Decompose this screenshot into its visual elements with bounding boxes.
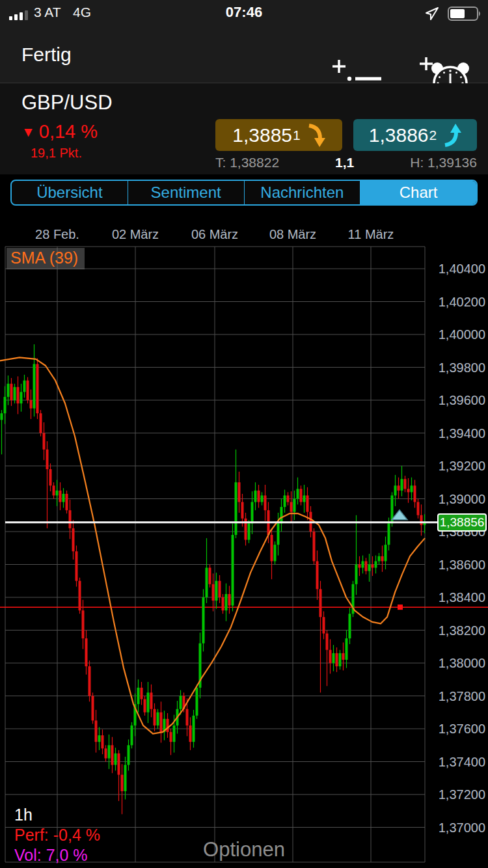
- candle-body: [157, 712, 159, 726]
- candle-body: [394, 485, 397, 495]
- candle-body: [388, 523, 390, 545]
- candle-body: [189, 726, 192, 742]
- y-axis-label: 1,39600: [439, 393, 485, 407]
- candle-body: [219, 581, 221, 597]
- candle-body: [56, 491, 59, 496]
- candle-body: [241, 502, 244, 519]
- instrument-symbol: GBP/USD: [21, 91, 113, 115]
- bid-price: 1,3885: [232, 124, 292, 146]
- candle-body: [271, 535, 273, 561]
- candle-body: [10, 384, 13, 400]
- trade-marker-triangle[interactable]: [392, 510, 407, 520]
- tab-sentiment[interactable]: Sentiment: [128, 181, 245, 204]
- alert-line-handle[interactable]: [398, 604, 403, 610]
- candle-body: [141, 688, 143, 699]
- candle-body: [238, 482, 241, 502]
- price-chart[interactable]: 28 Feb.02 März06 März08 März11 März1,404…: [0, 221, 488, 868]
- change-points: 19,1 Pkt.: [31, 146, 82, 161]
- candle-body: [20, 392, 23, 403]
- candle-body: [215, 581, 218, 601]
- clock-time: 07:46: [0, 4, 488, 21]
- y-axis-label: 1,38000: [439, 656, 485, 670]
- candle-body: [378, 556, 381, 562]
- candle-body: [212, 584, 215, 601]
- y-axis-label: 1,40200: [439, 295, 485, 309]
- candle-body: [88, 666, 91, 696]
- candle-body: [407, 489, 410, 492]
- candle-body: [326, 634, 329, 650]
- candle-body: [115, 753, 117, 765]
- candle-body: [59, 491, 62, 502]
- candle-body: [365, 561, 368, 571]
- candle-body: [316, 561, 319, 589]
- tab-nachrichten[interactable]: Nachrichten: [245, 181, 361, 204]
- candle-body: [258, 491, 260, 502]
- candle-body: [404, 479, 407, 489]
- candle-body: [1, 413, 3, 420]
- candle-body: [398, 485, 400, 491]
- y-axis-label: 1,38600: [439, 558, 485, 572]
- candle-body: [232, 535, 234, 606]
- candle-body: [124, 765, 127, 791]
- candle-body: [186, 709, 189, 726]
- candle-body: [72, 528, 75, 551]
- candle-body: [303, 495, 306, 502]
- down-triangle-icon: ▼: [21, 124, 35, 139]
- x-axis-label: 06 März: [191, 227, 238, 241]
- candle-body: [66, 494, 68, 510]
- candle-body: [339, 653, 342, 666]
- candle-body: [375, 561, 377, 567]
- candle-body: [30, 400, 33, 409]
- candle-body: [17, 387, 20, 403]
- candle-body: [154, 709, 156, 726]
- candle-body: [248, 523, 251, 539]
- candle-body: [336, 653, 338, 666]
- candle-body: [319, 589, 322, 617]
- candle-body: [102, 735, 104, 748]
- buy-ask-button[interactable]: 1,38862: [353, 119, 477, 151]
- candlestick-chart-canvas[interactable]: 28 Feb.02 März06 März08 März11 März1,404…: [0, 221, 488, 868]
- candle-body: [280, 507, 283, 523]
- candle-body: [144, 699, 146, 712]
- candle-body: [290, 502, 293, 512]
- sell-bid-button[interactable]: 1,38851: [215, 119, 342, 151]
- candle-body: [411, 485, 413, 492]
- done-button[interactable]: Fertig: [21, 26, 72, 83]
- y-axis-label: 1,39800: [439, 360, 485, 375]
- x-axis-label: 02 März: [112, 227, 159, 241]
- spread-value: 1,1: [335, 155, 354, 170]
- candle-body: [75, 551, 78, 580]
- bid-down-arrow-icon: [307, 123, 325, 148]
- candle-body: [254, 491, 257, 502]
- candle-body: [277, 523, 280, 545]
- candle-body: [359, 565, 361, 568]
- candle-body: [300, 489, 303, 502]
- y-axis-label: 1,38400: [439, 590, 485, 604]
- candle-body: [7, 384, 10, 397]
- battery-icon: [448, 7, 481, 23]
- candle-body: [414, 485, 416, 502]
- candle-body: [261, 495, 264, 502]
- day-low-label: T: 1,38822: [215, 155, 279, 170]
- options-button[interactable]: Optionen: [0, 838, 488, 861]
- tab-uebersicht[interactable]: Übersicht: [12, 181, 128, 204]
- candle-body: [385, 545, 387, 561]
- candle-body: [95, 720, 98, 742]
- y-axis-label: 1,37800: [439, 689, 485, 703]
- candle-body: [173, 726, 176, 742]
- tab-chart[interactable]: Chart: [360, 181, 476, 204]
- x-axis-label: 28 Feb.: [35, 227, 79, 241]
- candle-body: [40, 413, 42, 433]
- candle-body: [14, 387, 16, 400]
- candle-body: [306, 495, 309, 511]
- candle-body: [401, 479, 403, 491]
- candle-body: [4, 397, 7, 413]
- candle-body: [235, 482, 237, 535]
- candle-body: [118, 753, 120, 775]
- candle-body: [251, 502, 254, 524]
- y-axis-label: 1,39400: [439, 426, 485, 441]
- y-axis-label: 1,39200: [439, 459, 485, 473]
- x-axis-label: 11 März: [348, 227, 394, 241]
- tab-bar: Übersicht Sentiment Nachrichten Chart: [10, 180, 478, 206]
- candle-body: [381, 556, 384, 562]
